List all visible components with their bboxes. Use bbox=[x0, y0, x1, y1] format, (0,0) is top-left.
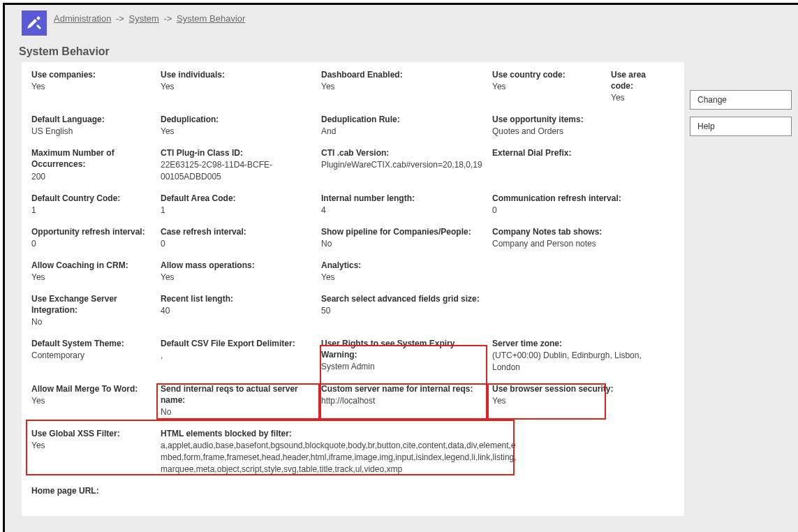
field-value: No bbox=[161, 406, 317, 418]
field-value: Yes bbox=[161, 125, 317, 138]
field-label: Use country code: bbox=[492, 69, 607, 80]
breadcrumb: Administration -> System -> System Behav… bbox=[54, 10, 245, 24]
field-label: Use Global XSS Filter: bbox=[31, 428, 156, 439]
field-value: Yes bbox=[161, 271, 317, 283]
field-label: Recent list length: bbox=[161, 293, 317, 304]
field-label: Use individuals: bbox=[161, 69, 317, 80]
field-label: Communication refresh interval: bbox=[492, 193, 666, 204]
field-value: Yes bbox=[31, 80, 156, 93]
field-label: External Dial Prefix: bbox=[492, 147, 666, 158]
chevron-right-icon: -> bbox=[162, 13, 175, 24]
field-label: Deduplication Rule: bbox=[321, 114, 488, 125]
settings-row: Default System Theme:Contemporary Defaul… bbox=[31, 338, 674, 374]
field-value: 0 bbox=[31, 237, 156, 250]
field-value: Yes bbox=[161, 80, 317, 93]
field-value: No bbox=[31, 316, 156, 328]
field-label: Case refresh interval: bbox=[161, 226, 317, 237]
field-label: Home page URL: bbox=[31, 485, 674, 496]
header-bar: Administration -> System -> System Behav… bbox=[5, 5, 798, 36]
field-value: 4 bbox=[321, 204, 488, 216]
breadcrumb-system[interactable]: System bbox=[129, 13, 159, 24]
field-label: Default Area Code: bbox=[161, 193, 317, 204]
field-value: Yes bbox=[31, 394, 156, 407]
field-label: Use opportunity items: bbox=[492, 114, 666, 125]
field-value: Company and Person notes bbox=[492, 237, 666, 250]
field-value: 40 bbox=[161, 304, 317, 317]
settings-row: Default Language:US English Deduplicatio… bbox=[31, 114, 674, 138]
settings-row: Maximum Number of Occurrences:200 CTI Pl… bbox=[31, 147, 674, 183]
settings-row: Use Exchange Server Integration:No Recen… bbox=[31, 293, 674, 328]
window: Administration -> System -> System Behav… bbox=[3, 3, 798, 532]
field-label: Custom server name for internal reqs: bbox=[321, 383, 488, 394]
field-label: Allow mass operations: bbox=[161, 260, 317, 271]
field-label: CTI Plug-in Class ID: bbox=[161, 147, 317, 158]
settings-row: Default Country Code:1 Default Area Code… bbox=[31, 193, 674, 216]
field-label: Use browser session security: bbox=[492, 383, 666, 394]
field-value: Yes bbox=[31, 271, 156, 283]
change-button[interactable]: Change bbox=[690, 90, 792, 110]
field-label: Default System Theme: bbox=[31, 338, 156, 349]
field-value: System Admin bbox=[321, 360, 488, 373]
field-label: Allow Coaching in CRM: bbox=[31, 260, 156, 271]
field-label: Use companies: bbox=[31, 69, 156, 80]
field-value: US English bbox=[31, 125, 156, 138]
field-label: Search select advanced fields grid size: bbox=[321, 293, 488, 304]
field-value: And bbox=[321, 125, 488, 138]
field-label: Deduplication: bbox=[161, 114, 317, 125]
field-label: Default Country Code: bbox=[31, 193, 156, 204]
chevron-right-icon: -> bbox=[114, 13, 126, 24]
field-label: Server time zone: bbox=[492, 338, 666, 349]
field-value: Quotes and Orders bbox=[492, 125, 666, 138]
field-value: Yes bbox=[492, 80, 607, 93]
breadcrumb-system-behavior[interactable]: System Behavior bbox=[177, 13, 245, 24]
field-label: Analytics: bbox=[321, 260, 488, 271]
field-value: Contemporary bbox=[31, 349, 156, 362]
field-value: No bbox=[321, 237, 488, 250]
field-label: User Rights to see System Expiry Warning… bbox=[321, 338, 488, 360]
field-value: http://localhost bbox=[321, 394, 488, 407]
settings-row: Allow Coaching in CRM:Yes Allow mass ope… bbox=[31, 260, 674, 283]
field-value: 0 bbox=[492, 204, 666, 216]
action-sidebar: Change Help bbox=[684, 62, 796, 143]
settings-row: Allow Mail Merge To Word:Yes Send intern… bbox=[31, 383, 674, 418]
field-label: Send internal reqs to actual server name… bbox=[161, 383, 317, 406]
field-value: 1 bbox=[161, 204, 317, 216]
field-label: Dashboard Enabled: bbox=[321, 69, 488, 80]
field-value: 22E63125-2C98-11D4-BCFE-00105ADBD005 bbox=[161, 158, 317, 183]
field-label: Default Language: bbox=[31, 114, 156, 125]
field-value: 1 bbox=[31, 204, 156, 216]
field-value: , bbox=[161, 349, 317, 362]
settings-row: Opportunity refresh interval:0 Case refr… bbox=[31, 226, 674, 250]
field-label: Company Notes tab shows: bbox=[492, 226, 666, 237]
field-value: Plugin/eWareCTIX.cab#version=20,18,0,19 bbox=[321, 158, 488, 171]
field-label: Default CSV File Export Delimiter: bbox=[161, 338, 317, 349]
field-value: 200 bbox=[31, 170, 156, 183]
field-label: Use area code: bbox=[611, 69, 666, 91]
field-value: Yes bbox=[492, 394, 666, 407]
field-label: CTI .cab Version: bbox=[321, 147, 488, 158]
field-value: 0 bbox=[161, 237, 317, 250]
field-value bbox=[492, 158, 666, 159]
field-value: 50 bbox=[321, 304, 488, 317]
field-label: Maximum Number of Occurrences: bbox=[31, 147, 156, 170]
field-label: Internal number length: bbox=[321, 193, 488, 204]
breadcrumb-administration[interactable]: Administration bbox=[54, 13, 111, 24]
settings-row: Use companies:Yes Use individuals:Yes Da… bbox=[31, 69, 674, 104]
field-label: Use Exchange Server Integration: bbox=[31, 293, 156, 316]
settings-panel: Use companies:Yes Use individuals:Yes Da… bbox=[22, 62, 684, 516]
field-value: Yes bbox=[321, 271, 488, 283]
field-label: Opportunity refresh interval: bbox=[31, 226, 156, 237]
tools-icon bbox=[22, 10, 47, 36]
page-title: System Behavior bbox=[5, 36, 798, 62]
help-button[interactable]: Help bbox=[690, 117, 792, 136]
field-label: Allow Mail Merge To Word: bbox=[31, 383, 156, 394]
field-value: (UTC+00:00) Dublin, Edinburgh, Lisbon, L… bbox=[492, 349, 666, 374]
settings-row: Home page URL: bbox=[31, 485, 674, 496]
settings-row: Use Global XSS Filter:Yes HTML elements … bbox=[31, 428, 674, 475]
field-value: Yes bbox=[611, 91, 666, 104]
field-label: HTML elements blocked by filter: bbox=[161, 428, 519, 439]
field-value: Yes bbox=[31, 439, 156, 452]
field-value: a,applet,audio,base,basefont,bgsound,blo… bbox=[161, 439, 519, 475]
field-label: Show pipeline for Companies/People: bbox=[321, 226, 488, 237]
field-value: Yes bbox=[321, 80, 488, 93]
